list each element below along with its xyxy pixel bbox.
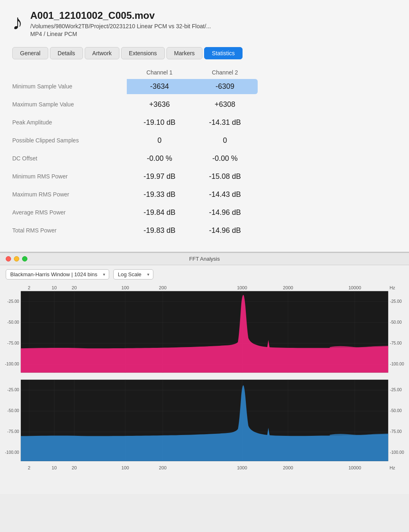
close-button[interactable]	[6, 256, 11, 261]
stats-ch2-value: -6309	[192, 79, 258, 94]
tab-general[interactable]: General	[12, 47, 48, 59]
svg-text:10000: 10000	[348, 465, 361, 470]
svg-text:-100.00: -100.00	[5, 362, 19, 366]
stats-ch2-value: -14.31 dB	[192, 115, 258, 130]
stats-section: Channel 1 Channel 2 Minimum Sample Value…	[0, 59, 409, 252]
channel2-header: Channel 2	[192, 69, 258, 76]
stats-row: Maximum RMS Power-19.33 dB-14.43 dB	[12, 185, 397, 203]
fft-panel: FFT Analysis Blackman-Harris Window | 10…	[0, 252, 409, 494]
header-text: A001_12101002_C005.mov /Volumes/980Work2…	[30, 10, 397, 37]
stats-row: Minimum RMS Power-19.97 dB-15.08 dB	[12, 167, 397, 185]
tab-markers[interactable]: Markers	[166, 47, 203, 59]
stats-ch1-value: -3634	[127, 79, 192, 94]
svg-text:-100.00: -100.00	[390, 450, 404, 455]
svg-text:200: 200	[159, 465, 167, 470]
svg-text:-25.00: -25.00	[7, 299, 19, 304]
svg-text:10: 10	[52, 465, 56, 470]
stats-row-label: DC Offset	[12, 155, 127, 162]
svg-text:-25.00: -25.00	[7, 388, 19, 392]
stats-row-label: Maximum Sample Value	[12, 101, 127, 108]
channel1-header: Channel 1	[127, 69, 192, 76]
fft-chart-area: 2 10 20 100 200 1000 2000 10000 Hz -25.0…	[0, 284, 409, 494]
scale-select-wrapper: Log Scale	[113, 269, 153, 280]
stats-ch2-value: 0	[192, 133, 258, 148]
svg-text:10000: 10000	[348, 285, 361, 290]
stats-ch2-value: -14.43 dB	[192, 187, 258, 202]
fft-title: FFT Analysis	[189, 256, 220, 262]
stats-row: Possible Clipped Samples00	[12, 131, 397, 149]
svg-text:100: 100	[121, 285, 129, 290]
tab-details[interactable]: Details	[50, 47, 83, 59]
svg-text:1000: 1000	[237, 465, 247, 470]
svg-text:-75.00: -75.00	[390, 341, 402, 345]
stats-ch1-value: -19.83 dB	[127, 223, 192, 238]
stats-row: Minimum Sample Value-3634-6309	[12, 77, 397, 95]
stats-ch1-value: -0.00 %	[127, 151, 192, 166]
svg-text:Hz: Hz	[390, 285, 396, 290]
zoom-button[interactable]	[22, 256, 27, 261]
fft-chart-svg: 2 10 20 100 200 1000 2000 10000 Hz -25.0…	[4, 284, 405, 488]
stats-rows-container: Minimum Sample Value-3634-6309Maximum Sa…	[12, 77, 397, 239]
tabs-row: General Details Artwork Extensions Marke…	[12, 40, 397, 59]
svg-text:200: 200	[159, 285, 167, 290]
stats-row: Total RMS Power-19.83 dB-14.96 dB	[12, 221, 397, 239]
svg-text:2: 2	[28, 465, 30, 470]
svg-text:-50.00: -50.00	[7, 408, 19, 413]
svg-text:-100.00: -100.00	[390, 362, 404, 366]
file-format: MP4 / Linear PCM	[30, 31, 397, 37]
svg-text:-50.00: -50.00	[390, 320, 402, 325]
stats-row-label: Total RMS Power	[12, 227, 127, 234]
music-icon: ♪	[12, 11, 23, 33]
stats-row-label: Possible Clipped Samples	[12, 137, 127, 144]
stats-header-row: Channel 1 Channel 2	[12, 69, 397, 76]
stats-ch2-value: +6308	[192, 97, 258, 112]
stats-ch1-value: -19.10 dB	[127, 115, 192, 130]
top-panel: ♪ A001_12101002_C005.mov /Volumes/980Wor…	[0, 0, 409, 59]
svg-text:-50.00: -50.00	[390, 408, 402, 413]
stats-row: DC Offset-0.00 %-0.00 %	[12, 149, 397, 167]
svg-text:-25.00: -25.00	[390, 299, 402, 304]
window-controls	[0, 256, 33, 261]
svg-text:2000: 2000	[283, 285, 293, 290]
svg-text:2: 2	[28, 285, 30, 290]
svg-text:Hz: Hz	[390, 465, 396, 470]
stats-row-label: Minimum Sample Value	[12, 83, 127, 90]
svg-text:-100.00: -100.00	[5, 450, 19, 455]
svg-text:-75.00: -75.00	[7, 429, 19, 434]
svg-text:20: 20	[72, 285, 76, 290]
window-select-wrapper: Blackman-Harris Window | 1024 bins	[6, 269, 109, 280]
tab-statistics[interactable]: Statistics	[204, 47, 243, 59]
svg-text:10: 10	[52, 285, 56, 290]
stats-ch2-value: -14.96 dB	[192, 205, 258, 220]
stats-ch1-value: 0	[127, 133, 192, 148]
fft-controls: Blackman-Harris Window | 1024 bins Log S…	[0, 265, 409, 284]
stats-row-label: Average RMS Power	[12, 209, 127, 216]
stats-ch2-value: -0.00 %	[192, 151, 258, 166]
svg-text:100: 100	[121, 465, 129, 470]
svg-text:-75.00: -75.00	[390, 429, 402, 434]
header-row: ♪ A001_12101002_C005.mov /Volumes/980Wor…	[12, 10, 397, 37]
fft-titlebar: FFT Analysis	[0, 253, 409, 265]
stats-ch2-value: -14.96 dB	[192, 223, 258, 238]
stats-ch1-value: -19.33 dB	[127, 187, 192, 202]
stats-row-label: Maximum RMS Power	[12, 191, 127, 198]
stats-ch1-value: -19.97 dB	[127, 169, 192, 184]
svg-text:-50.00: -50.00	[7, 320, 19, 325]
stats-row: Average RMS Power-19.84 dB-14.96 dB	[12, 203, 397, 221]
window-select[interactable]: Blackman-Harris Window | 1024 bins	[6, 269, 109, 280]
file-path: /Volumes/980Work2TB/Project/20231210 Lin…	[30, 23, 397, 29]
stats-row: Peak Amplitude-19.10 dB-14.31 dB	[12, 113, 397, 131]
tab-artwork[interactable]: Artwork	[85, 47, 119, 59]
tab-extensions[interactable]: Extensions	[121, 47, 164, 59]
stats-ch1-value: +3636	[127, 97, 192, 112]
minimize-button[interactable]	[14, 256, 19, 261]
stats-row-label: Minimum RMS Power	[12, 173, 127, 180]
svg-text:-75.00: -75.00	[7, 341, 19, 345]
svg-text:1000: 1000	[237, 285, 247, 290]
svg-text:-25.00: -25.00	[390, 388, 402, 392]
svg-text:20: 20	[72, 465, 76, 470]
scale-select[interactable]: Log Scale	[113, 269, 153, 280]
stats-ch1-value: -19.84 dB	[127, 205, 192, 220]
stats-row-label: Peak Amplitude	[12, 119, 127, 126]
file-title: A001_12101002_C005.mov	[30, 10, 397, 21]
